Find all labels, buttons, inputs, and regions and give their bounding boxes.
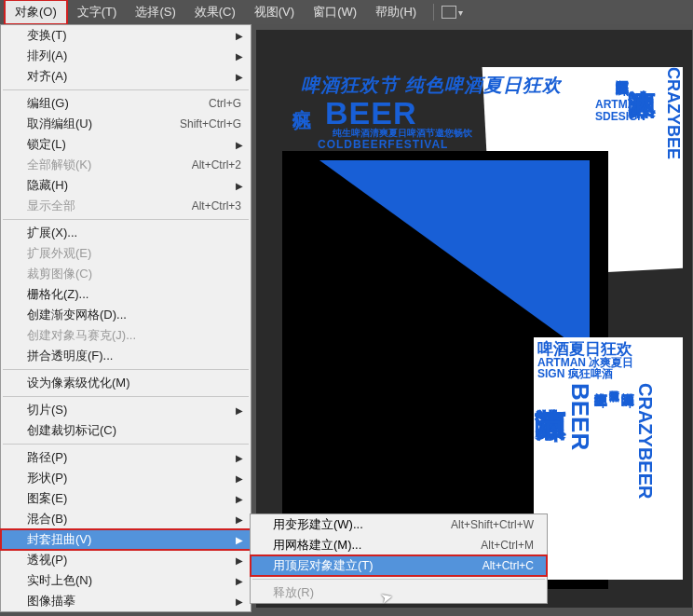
dd-flat[interactable]: 拼合透明度(F)... (1, 346, 251, 366)
dd-envelope[interactable]: 封套扭曲(V)▶ (1, 529, 251, 550)
dd-unlockall[interactable]: 全部解锁(K)Alt+Ctrl+2 (1, 155, 251, 175)
chevron-right-icon: ▶ (236, 473, 243, 484)
art-title: 啤酒狂欢节 纯色啤酒夏日狂欢 (301, 73, 562, 98)
dd-ungroup[interactable]: 取消编组(U)Shift+Ctrl+G (1, 114, 251, 134)
panel-cols: 冰爽啤酒节 BEER 纯生啤酒爽 啤酒节夏日狂欢 邀酒喝啤酒 CRAZYBEER (534, 379, 683, 556)
dd-expapp[interactable]: 扩展外观(E) (1, 243, 251, 264)
dd-mosaic[interactable]: 创建对象马赛克(J)... (1, 325, 251, 346)
panel-sgn: SIGN 疯狂啤酒 (534, 368, 683, 379)
separator (3, 219, 249, 220)
artwork: 啤酒狂欢节 纯色啤酒夏日狂欢 疯 狂 BEER ARTMANSDESIGN 纯生… (282, 67, 683, 589)
chevron-right-icon: ▶ (236, 494, 243, 504)
menu-bar: 对象(O) 文字(T) 选择(S) 效果(C) 视图(V) 窗口(W) 帮助(H… (0, 0, 693, 24)
chevron-right-icon: ▶ (236, 140, 243, 150)
dd-perspective[interactable]: 透视(P)▶ (1, 550, 251, 570)
sub-release[interactable]: 释放(R) (251, 582, 547, 603)
dd-arrange[interactable]: 排列(A)▶ (1, 46, 251, 66)
menu-help[interactable]: 帮助(H) (366, 1, 426, 23)
dd-showall[interactable]: 显示全部Alt+Ctrl+3 (1, 196, 251, 216)
chevron-down-icon[interactable]: ▾ (458, 7, 463, 18)
sub-mesh[interactable]: 用网格建立(M)...Alt+Ctrl+M (251, 535, 547, 555)
dd-transform[interactable]: 变换(T)▶ (1, 25, 251, 46)
dd-trace[interactable]: 图像描摹▶ (1, 591, 251, 611)
panel-row1: 啤酒夏日狂欢 (534, 337, 683, 357)
dd-pixopt[interactable]: 设为像素级优化(M) (1, 373, 251, 393)
envelope-submenu: 用变形建立(W)...Alt+Shift+Ctrl+W 用网格建立(M)...A… (250, 513, 548, 604)
dd-shape[interactable]: 形状(P)▶ (1, 468, 251, 488)
menu-text[interactable]: 文字(T) (68, 1, 127, 23)
art-feng: 疯 狂 (290, 93, 315, 99)
chevron-right-icon: ▶ (236, 453, 243, 463)
essentials-icon[interactable] (442, 6, 456, 19)
dd-hide[interactable]: 隐藏(H)▶ (1, 175, 251, 196)
dd-blend[interactable]: 混合(B)▶ (1, 509, 251, 529)
chevron-right-icon: ▶ (236, 72, 243, 82)
chevron-right-icon: ▶ (236, 576, 243, 586)
art-triangle (319, 160, 590, 356)
dd-expand[interactable]: 扩展(X)... (1, 223, 251, 243)
menu-window[interactable]: 窗口(W) (304, 1, 366, 23)
dd-align[interactable]: 对齐(A)▶ (1, 66, 251, 87)
chevron-right-icon: ▶ (236, 31, 243, 41)
dd-crop[interactable]: 裁剪图像(C) (1, 264, 251, 284)
sub-top-object[interactable]: 用顶层对象建立(T)Alt+Ctrl+C (251, 555, 547, 576)
menu-effect[interactable]: 效果(C) (185, 1, 245, 23)
dd-slice[interactable]: 切片(S)▶ (1, 400, 251, 420)
art-fest: COLDBEERFESTIVAL (318, 138, 448, 151)
separator (3, 396, 249, 397)
art-col-crazy: CRAZYBEE (662, 67, 683, 159)
chevron-right-icon: ▶ (236, 535, 243, 545)
separator (3, 369, 249, 370)
menu-object[interactable]: 对象(O) (4, 0, 68, 25)
dd-raster[interactable]: 栅格化(Z)... (1, 284, 251, 305)
dd-pattern[interactable]: 图案(E)▶ (1, 488, 251, 509)
object-dropdown: 变换(T)▶ 排列(A)▶ 对齐(A)▶ 编组(G)Ctrl+G 取消编组(U)… (0, 24, 251, 612)
dd-group[interactable]: 编组(G)Ctrl+G (1, 93, 251, 114)
separator (3, 444, 249, 445)
menu-view[interactable]: 视图(V) (245, 1, 304, 23)
chevron-right-icon: ▶ (236, 596, 243, 607)
dd-path[interactable]: 路径(P)▶ (1, 447, 251, 468)
divider (433, 4, 434, 21)
dd-livepaint[interactable]: 实时上色(N)▶ (1, 570, 251, 591)
chevron-right-icon: ▶ (236, 51, 243, 62)
menu-select[interactable]: 选择(S) (126, 1, 184, 23)
chevron-right-icon: ▶ (236, 555, 243, 566)
dd-lock[interactable]: 锁定(L)▶ (1, 134, 251, 155)
sub-warp[interactable]: 用变形建立(W)...Alt+Shift+Ctrl+W (251, 514, 547, 535)
chevron-right-icon: ▶ (236, 514, 243, 525)
art-artman: ARTMANSDESIGN (595, 99, 645, 123)
dd-gradmesh[interactable]: 创建渐变网格(D)... (1, 305, 251, 325)
separator (252, 579, 545, 580)
chevron-right-icon: ▶ (236, 405, 243, 416)
chevron-right-icon: ▶ (236, 181, 243, 191)
dd-trim[interactable]: 创建裁切标记(C) (1, 420, 251, 441)
separator (3, 89, 249, 90)
art-panel: 啤酒夏日狂欢 ARTMAN 冰爽夏日 SIGN 疯狂啤酒 冰爽啤酒节 BEER … (534, 337, 683, 580)
